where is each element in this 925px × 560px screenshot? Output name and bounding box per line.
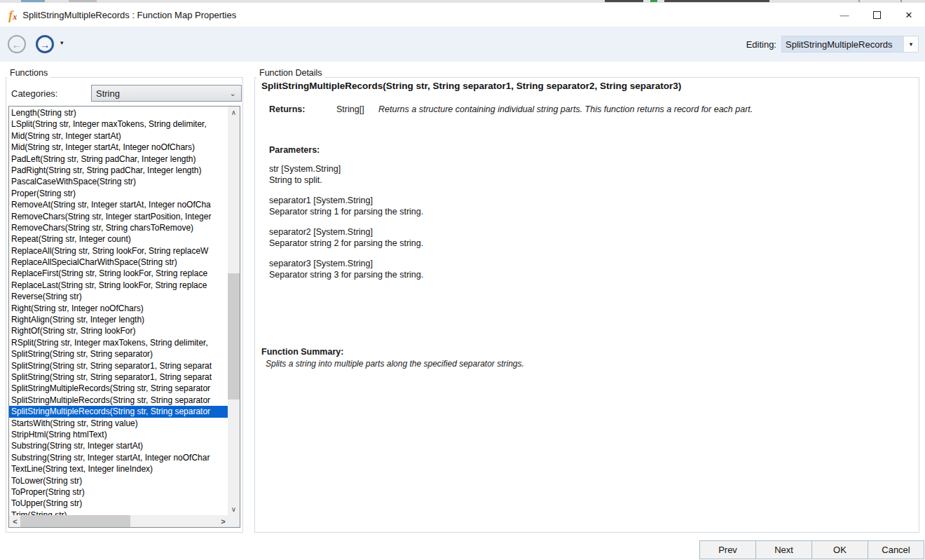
background-window-fragment: [21, 0, 45, 2]
parameter-name: separator1 [System.String]: [269, 195, 423, 206]
list-item[interactable]: Substring(String str, Integer startAt, I…: [9, 452, 228, 463]
parameter-block: separator1 [System.String]Separator stri…: [269, 195, 423, 217]
returns-label: Returns:: [269, 104, 336, 114]
list-item[interactable]: RemoveChars(String str, String charsToRe…: [9, 222, 228, 233]
parameter-name: str [System.String]: [269, 163, 423, 175]
prev-button[interactable]: Prev: [699, 540, 756, 559]
list-item[interactable]: Mid(String str, Integer startAt, Integer…: [9, 142, 228, 153]
list-item[interactable]: SplitStringMultipleRecords(String str, S…: [9, 383, 228, 394]
background-window-fragment: [900, 0, 902, 2]
parameter-name: separator3 [System.String]: [269, 258, 423, 269]
list-item[interactable]: Right(String str, Integer noOfChars): [9, 303, 228, 314]
list-item[interactable]: ReplaceFirst(String str, String lookFor,…: [9, 268, 228, 279]
minimize-icon: —: [840, 10, 849, 20]
categories-dropdown[interactable]: String ⌄: [91, 85, 242, 102]
list-item[interactable]: RightAlign(String str, Integer length): [9, 314, 228, 325]
fx-function-icon: fx: [8, 8, 17, 22]
editing-label: Editing:: [746, 39, 776, 50]
list-item[interactable]: Repeat(String str, Integer count): [9, 233, 228, 245]
parameter-block: str [System.String]String to split.: [269, 163, 423, 186]
horizontal-scrollbar[interactable]: < >: [9, 515, 229, 527]
back-button[interactable]: ←: [8, 35, 26, 53]
list-item[interactable]: ReplaceAllSpecialCharWithSpace(String st…: [9, 257, 228, 268]
vertical-scrollbar-thumb[interactable]: [228, 273, 240, 399]
function-signature: SplitStringMultipleRecords(String str, S…: [261, 81, 681, 91]
list-item[interactable]: RightOf(String str, String lookFor): [9, 325, 228, 336]
functions-group-label: Functions: [7, 68, 50, 78]
list-item[interactable]: SplitString(String str, String separator…: [9, 360, 228, 371]
footer-button-bar: Prev Next OK Cancel: [699, 540, 924, 559]
parameters-list: str [System.String]String to split.separ…: [269, 163, 423, 289]
list-item[interactable]: PascalCaseWithSpace(String str): [9, 176, 228, 187]
scrollbar-corner: [228, 515, 240, 527]
minimize-button[interactable]: —: [828, 3, 861, 27]
list-item[interactable]: ReplaceLast(String str, String lookFor, …: [9, 280, 228, 291]
list-item[interactable]: ReplaceAll(String str, String lookFor, S…: [9, 245, 228, 257]
function-details-group-label: Function Details: [256, 68, 325, 78]
parameter-block: separator3 [System.String]Separator stri…: [269, 258, 423, 280]
maximize-button[interactable]: [861, 3, 893, 27]
list-item[interactable]: SplitStringMultipleRecords(String str, S…: [9, 406, 228, 417]
ok-button[interactable]: OK: [811, 540, 868, 559]
list-item[interactable]: Trim(String str): [9, 510, 228, 515]
vertical-scrollbar[interactable]: ∧ ∨: [228, 107, 240, 515]
list-item[interactable]: SplitString(String str, String separator…: [9, 371, 228, 383]
parameter-block: separator2 [System.String]Separator stri…: [269, 226, 423, 249]
parameter-description: Separator string 3 for parsing the strin…: [269, 269, 423, 280]
scroll-left-icon[interactable]: <: [9, 515, 21, 527]
forward-button[interactable]: →: [36, 35, 54, 53]
chevron-down-icon[interactable]: ▾: [904, 36, 918, 52]
back-arrow-icon: ←: [12, 39, 22, 50]
cancel-button[interactable]: Cancel: [868, 540, 924, 559]
background-window-fragment: [69, 0, 97, 2]
list-item[interactable]: PadLeft(String str, String padChar, Inte…: [9, 153, 228, 165]
returns-description: Returns a structure containing individua…: [377, 104, 753, 114]
list-item[interactable]: RSplit(String str, Integer maxTokens, St…: [9, 337, 228, 348]
list-item[interactable]: ToLower(String str): [9, 475, 228, 486]
scroll-up-icon[interactable]: ∧: [228, 107, 240, 118]
list-item[interactable]: Reverse(String str): [9, 291, 228, 302]
list-item[interactable]: Mid(String str, Integer startAt): [9, 130, 228, 142]
function-details-groupbox: SplitStringMultipleRecords(String str, S…: [254, 77, 919, 533]
function-summary-label: Function Summary:: [261, 347, 343, 357]
scroll-down-icon[interactable]: ∨: [228, 503, 240, 515]
parameter-description: Separator string 1 for parsing the strin…: [269, 206, 423, 217]
forward-dropdown-caret[interactable]: ▾: [60, 39, 64, 46]
returns-type: String[]: [336, 104, 377, 114]
list-item[interactable]: Length(String str): [9, 107, 228, 118]
list-item[interactable]: Substring(String str, Integer startAt): [9, 440, 228, 451]
parameter-description: String to split.: [269, 175, 423, 186]
list-item[interactable]: LSplit(String str, Integer maxTokens, St…: [9, 118, 228, 130]
next-button[interactable]: Next: [755, 540, 812, 559]
categories-label: Categories:: [11, 88, 57, 99]
list-item[interactable]: SplitString(String str, String separator…: [9, 348, 228, 360]
forward-arrow-icon: →: [40, 39, 50, 50]
background-window-fragment: [858, 0, 860, 2]
parameters-label: Parameters:: [269, 145, 320, 155]
editing-function-dropdown[interactable]: SplitStringMultipleRecords ▾: [781, 36, 919, 53]
list-item[interactable]: PadRight(String str, String padChar, Int…: [9, 165, 228, 176]
close-button[interactable]: ✕: [893, 3, 925, 27]
list-item[interactable]: StartsWith(String str, String value): [9, 418, 228, 429]
chevron-down-icon: ⌄: [224, 89, 241, 98]
list-item[interactable]: TextLine(String text, Integer lineIndex): [9, 463, 228, 474]
background-window-fragment: [664, 0, 769, 2]
window-controls: — ✕: [828, 3, 925, 27]
list-item[interactable]: StripHtml(String htmlText): [9, 429, 228, 440]
maximize-icon: [873, 11, 881, 19]
list-item[interactable]: ToUpper(String str): [9, 498, 228, 509]
list-item[interactable]: RemoveAt(String str, Integer startAt, In…: [9, 199, 228, 210]
list-item[interactable]: Proper(String str): [9, 188, 228, 199]
close-icon: ✕: [905, 10, 913, 20]
list-item[interactable]: RemoveChars(String str, Integer startPos…: [9, 211, 228, 222]
function-list: Length(String str)LSplit(String str, Int…: [9, 107, 228, 515]
parameter-description: Separator string 2 for parsing the strin…: [269, 238, 423, 249]
background-window-fragment: [605, 0, 643, 2]
title-bar: fx SplitStringMultipleRecords : Function…: [0, 3, 925, 27]
horizontal-scrollbar-thumb[interactable]: [20, 515, 130, 527]
categories-value: String: [92, 88, 224, 99]
list-item[interactable]: ToProper(String str): [9, 486, 228, 498]
list-item[interactable]: SplitStringMultipleRecords(String str, S…: [9, 395, 228, 406]
editing-function-value: SplitStringMultipleRecords: [782, 39, 904, 50]
toolbar: ← → ▾ Editing: SplitStringMultipleRecord…: [0, 27, 925, 62]
